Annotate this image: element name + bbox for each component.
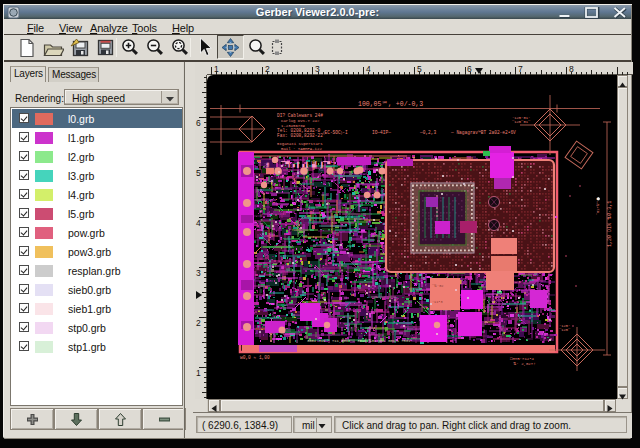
svg-text:1: 1	[214, 64, 219, 74]
svg-text:¯125¯: ¯125¯	[558, 328, 571, 332]
svg-text:—0,2,3: —0,2,3	[419, 130, 437, 135]
svg-text:4: 4	[366, 64, 371, 74]
svg-text:□MTR·×12•4: □MTR·×12•4	[510, 357, 535, 361]
svg-text:Fax: 0208,8292-22: Fax: 0208,8292-22	[277, 133, 323, 138]
svg-text:— Nagagrav™BT 2a02·e2•6V: — Nagagrav™BT 2a02·e2•6V	[450, 130, 516, 135]
svg-text:⇅· 2,02×↑: ⇅· 2,02×↑	[513, 362, 536, 366]
svg-text:5: 5	[196, 168, 201, 178]
svg-text:〈EC-SOC〉-I: 〈EC-SOC〉-I	[323, 130, 348, 135]
svg-text:5: 5	[417, 64, 422, 74]
svg-text:¯⇅·02: ¯⇅·02	[431, 284, 443, 288]
svg-text:2: 2	[196, 318, 201, 328]
svg-text:2: 2	[265, 64, 270, 74]
svg-text:6: 6	[196, 118, 201, 128]
svg-text:1,20 DIN ⇅0·3,1: 1,20 DIN ⇅0·3,1	[607, 201, 613, 247]
svg-text:4: 4	[196, 218, 201, 228]
svg-text:·11•3: ·11•3	[432, 300, 443, 304]
svg-text:1: 1	[196, 368, 201, 378]
svg-text:Carlug DVS-T 24#: Carlug DVS-T 24#	[281, 119, 320, 123]
svg-text:3001 31N · ×11,301× — 301N: 3001 31N · ×11,301× — 301N ⇅01·N11 30N—1…	[307, 339, 413, 343]
svg-text:6: 6	[467, 64, 472, 74]
svg-text:DI? Cablewars 24#: DI? Cablewars 24#	[277, 113, 323, 118]
svg-text:3: 3	[315, 64, 320, 74]
svg-text:5Iganati superstars: 5Iganati superstars	[277, 142, 323, 146]
svg-text:¯01•⇅™⌚: ¯01•⇅™⌚	[595, 197, 600, 216]
svg-text:▔▀▎▖▌▗▐▕▄▎▐▔▀: ▔▀▎▖▌▗▐▕▄▎▐▔▀	[280, 160, 331, 168]
svg-text:3: 3	[196, 268, 201, 278]
svg-text:¯125¯01¯: ¯125¯01¯	[511, 120, 531, 124]
svg-text:7: 7	[518, 64, 523, 74]
svg-text:8: 8	[569, 64, 574, 74]
svg-text:w0,0 ≈ 1,00: w0,0 ≈ 1,00	[240, 355, 270, 360]
svg-text:100,05℠, +0/-0,3: 100,05℠, +0/-0,3	[358, 101, 423, 108]
svg-text:·3·1·N·0: ·3·1·N·0	[259, 210, 263, 227]
svg-text:mail · TAGMPA-i22: mail · TAGMPA-i22	[281, 147, 322, 151]
svg-text:IO—4IP―: IO—4IP―	[372, 130, 391, 135]
